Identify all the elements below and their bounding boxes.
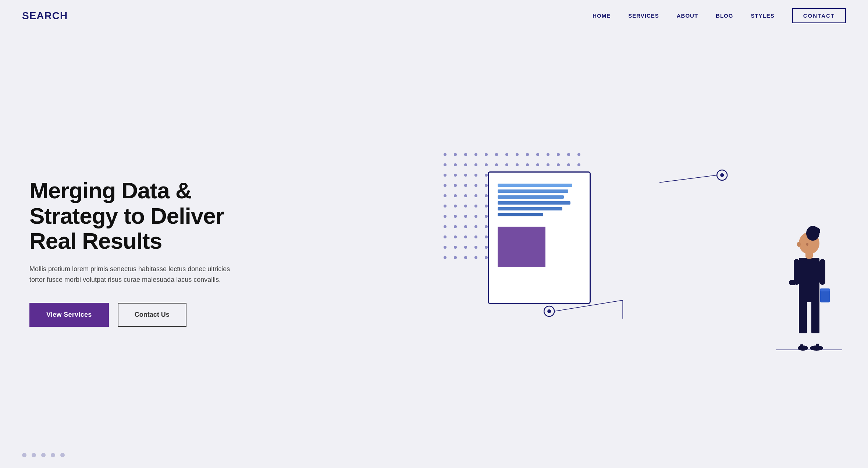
view-services-button[interactable]: View Services <box>29 303 109 327</box>
grid-dot <box>474 184 477 187</box>
grid-dot <box>464 205 467 208</box>
document-card <box>488 171 591 304</box>
grid-dot <box>464 235 467 238</box>
document-lines <box>498 184 581 216</box>
grid-dot <box>474 163 477 166</box>
page-dot-1[interactable] <box>22 453 26 457</box>
grid-dot <box>536 163 539 166</box>
svg-rect-8 <box>799 258 819 302</box>
svg-rect-16 <box>789 280 796 285</box>
grid-dot <box>474 246 477 249</box>
grid-dot <box>474 174 477 177</box>
grid-dot <box>444 174 447 177</box>
page-dot-5[interactable] <box>60 453 65 457</box>
grid-dot <box>444 194 447 197</box>
grid-dot <box>474 235 477 238</box>
nav-item-styles[interactable]: STYLES <box>751 13 774 19</box>
grid-dot <box>454 235 457 238</box>
grid-dot <box>485 194 488 197</box>
hero-subtitle: Mollis pretium lorem primis senectus hab… <box>29 264 235 285</box>
page-dot-4[interactable] <box>51 453 55 457</box>
nav-link-blog[interactable]: BLOG <box>716 13 733 19</box>
grid-dot <box>454 205 457 208</box>
nav-links: HOME SERVICES ABOUT BLOG STYLES CONTACT <box>593 8 846 23</box>
grid-dot <box>547 153 549 156</box>
grid-dot <box>474 256 477 259</box>
grid-dot <box>505 153 508 156</box>
nav-item-home[interactable]: HOME <box>593 13 611 19</box>
hero-buttons: View Services Contact Us <box>29 303 257 327</box>
grid-dot <box>526 163 529 166</box>
svg-rect-12 <box>800 344 803 350</box>
nav-link-home[interactable]: HOME <box>593 13 611 19</box>
grid-dot <box>474 205 477 208</box>
grid-dot <box>485 153 488 156</box>
grid-dot <box>485 256 488 259</box>
hero-illustration: const grid = document.querySelector('.do… <box>421 142 846 363</box>
grid-dot <box>454 194 457 197</box>
grid-dot <box>444 225 447 228</box>
grid-dot <box>485 246 488 249</box>
grid-dot <box>557 153 560 156</box>
grid-dot <box>536 153 539 156</box>
svg-line-2 <box>659 175 717 182</box>
site-logo[interactable]: SEARCH <box>22 10 68 22</box>
grid-dot <box>485 184 488 187</box>
nav-link-about[interactable]: ABOUT <box>677 13 698 19</box>
page-dot-3[interactable] <box>41 453 46 457</box>
grid-dot <box>444 256 447 259</box>
nav-item-services[interactable]: SERVICES <box>628 13 659 19</box>
grid-dot <box>464 215 467 218</box>
doc-line-5 <box>498 207 562 210</box>
grid-dot <box>474 225 477 228</box>
hero-section: Merging Data & Strategy to Deliver Real … <box>0 31 868 466</box>
grid-dot <box>444 246 447 249</box>
hero-title: Merging Data & Strategy to Deliver Real … <box>29 178 257 253</box>
grid-dot <box>464 256 467 259</box>
nav-link-services[interactable]: SERVICES <box>628 13 659 19</box>
page-dot-2[interactable] <box>32 453 36 457</box>
doc-line-6 <box>498 213 543 216</box>
grid-dot <box>464 225 467 228</box>
navbar: SEARCH HOME SERVICES ABOUT BLOG STYLES C… <box>0 0 868 31</box>
nav-item-contact[interactable]: CONTACT <box>792 8 846 23</box>
nav-link-styles[interactable]: STYLES <box>751 13 774 19</box>
grid-dot <box>577 153 580 156</box>
nav-contact-button[interactable]: CONTACT <box>792 8 846 23</box>
grid-dot <box>495 163 498 166</box>
doc-line-2 <box>498 189 568 193</box>
hero-content: Merging Data & Strategy to Deliver Real … <box>29 178 257 326</box>
grid-dot <box>567 153 570 156</box>
grid-dot <box>444 153 447 156</box>
grid-dot <box>485 215 488 218</box>
svg-point-25 <box>797 242 801 247</box>
grid-dot <box>577 163 580 166</box>
nav-item-blog[interactable]: BLOG <box>716 13 733 19</box>
svg-rect-9 <box>799 297 807 333</box>
nav-item-about[interactable]: ABOUT <box>677 13 698 19</box>
grid-dot <box>526 153 529 156</box>
grid-dot <box>474 194 477 197</box>
contact-us-button[interactable]: Contact Us <box>118 303 186 327</box>
grid-dot <box>485 163 488 166</box>
grid-dot <box>485 174 488 177</box>
svg-point-1 <box>720 173 724 177</box>
grid-dot <box>464 194 467 197</box>
grid-dot <box>464 184 467 187</box>
grid-dot <box>454 246 457 249</box>
grid-dot <box>567 163 570 166</box>
svg-point-4 <box>547 309 551 313</box>
svg-rect-14 <box>816 344 819 350</box>
grid-dot <box>444 205 447 208</box>
pagination-dots <box>22 453 65 457</box>
grid-dot <box>464 163 467 166</box>
svg-point-0 <box>717 170 727 180</box>
grid-dot <box>454 163 457 166</box>
grid-dot <box>454 174 457 177</box>
grid-dot <box>444 235 447 238</box>
grid-dot <box>444 184 447 187</box>
grid-dot <box>516 163 519 166</box>
woman-illustration <box>772 201 846 355</box>
svg-point-3 <box>544 306 554 316</box>
grid-dot <box>454 215 457 218</box>
